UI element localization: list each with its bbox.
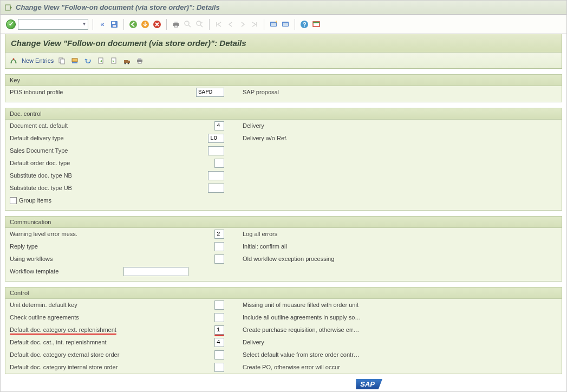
form-desc: Create PO, otherwise error will occur [226, 364, 340, 370]
help-icon[interactable]: ? [299, 19, 309, 29]
form-row: Default doc. category ext. replenishment… [5, 324, 562, 336]
form-row: Check outline agreementsInclude all outl… [5, 311, 562, 324]
svg-rect-19 [283, 23, 288, 26]
form-row: Using workflowsOld workflow exception pr… [5, 253, 562, 265]
back-ball-icon[interactable] [128, 19, 138, 29]
svg-rect-9 [174, 25, 178, 27]
form-input[interactable] [208, 184, 224, 193]
row-group-items: Group items [5, 194, 562, 207]
form-input[interactable] [214, 300, 224, 310]
form-input[interactable] [214, 230, 224, 239]
new-entries-button[interactable]: New Entries [22, 57, 54, 64]
page-next-icon[interactable] [109, 56, 119, 66]
form-input[interactable] [214, 254, 224, 264]
titlebar: Change View "Follow-on document (via sto… [1, 1, 566, 15]
form-input[interactable] [208, 171, 224, 180]
group-title-key: Key [5, 75, 562, 86]
svg-rect-29 [72, 58, 77, 62]
checkbox-group-items[interactable] [10, 197, 17, 204]
svg-rect-28 [61, 59, 64, 64]
form-desc: Missing unit of measure filled with orde… [226, 302, 359, 308]
copy-icon[interactable] [57, 56, 67, 66]
input-pos-inbound[interactable] [196, 88, 224, 97]
first-page-icon [214, 19, 224, 29]
form-input[interactable] [214, 350, 224, 360]
svg-rect-32 [112, 58, 116, 63]
form-row: Warning level error mess.Log all errors [5, 228, 562, 240]
form-input[interactable] [214, 325, 224, 335]
group-doc-control: Doc. control Document cat. defaultDelive… [5, 108, 562, 211]
group-control: Control Unit determin. default keyMissin… [5, 287, 562, 374]
new-session-icon[interactable]: + [269, 19, 278, 29]
layout-icon[interactable] [311, 19, 321, 29]
group-title-doc-control: Doc. control [5, 108, 562, 120]
form-row: Default order doc. type [5, 157, 562, 169]
svg-text:?: ? [303, 21, 307, 28]
desc-pos-inbound: SAP proposal [226, 89, 279, 95]
svg-rect-31 [99, 58, 103, 63]
separator [166, 19, 167, 30]
menu-icon[interactable] [5, 4, 12, 11]
form-input[interactable] [214, 338, 224, 347]
exit-ball-icon[interactable] [140, 19, 150, 29]
form-input[interactable] [208, 146, 224, 155]
svg-point-12 [197, 21, 201, 25]
form-input[interactable] [123, 267, 188, 276]
form-input[interactable] [208, 134, 224, 143]
separator [295, 19, 295, 30]
print-icon[interactable] [171, 19, 181, 29]
separator [209, 19, 210, 30]
form-label: Reply type [10, 243, 123, 250]
undo-icon[interactable] [83, 56, 93, 66]
find-icon [183, 19, 193, 29]
enter-icon[interactable]: ✔ [6, 19, 16, 29]
form-label: Default delivery type [10, 135, 123, 141]
form-label: Default doc. category internal store ord… [10, 364, 134, 370]
form-label: Sales Document Type [10, 147, 123, 154]
sap-window: Change View "Follow-on document (via sto… [0, 0, 567, 392]
svg-rect-39 [138, 62, 141, 63]
form-label: Workflow template [10, 268, 123, 275]
form-label: Default doc. category external store ord… [10, 351, 134, 358]
form-desc: Select default value from store order co… [226, 351, 360, 358]
save-icon[interactable] [109, 19, 119, 29]
form-input[interactable] [214, 121, 224, 130]
form-row: Document cat. defaultDelivery [5, 120, 562, 132]
cancel-ball-icon[interactable] [152, 19, 162, 29]
form-row: Default doc. cat., int. replenishmnentDe… [5, 336, 562, 349]
svg-rect-23 [313, 22, 320, 23]
form-desc: Create purchase requisition, otherwise e… [226, 326, 359, 333]
separator [264, 19, 264, 30]
shortcut-icon[interactable] [281, 19, 290, 29]
sap-logo: SAP [356, 379, 382, 389]
content-area: Change View "Follow-on document (via sto… [1, 34, 566, 378]
form-input[interactable] [214, 313, 224, 322]
group-key: Key POS inbound profile SAP proposal [5, 74, 562, 102]
form-desc: Initial: confirm all [226, 243, 287, 250]
form-input[interactable] [214, 159, 224, 168]
form-label: Substitute doc. type NB [10, 172, 123, 179]
form-desc: Old workflow exception processing [226, 256, 334, 262]
print-list-icon[interactable] [135, 56, 145, 66]
svg-line-13 [200, 25, 203, 27]
form-row: Default delivery typeDelivery w/o Ref. [5, 132, 562, 145]
svg-rect-38 [138, 58, 141, 60]
transport-icon[interactable] [122, 56, 132, 66]
svg-line-11 [188, 25, 191, 27]
command-field[interactable] [18, 19, 88, 30]
form-row: Default doc. category internal store ord… [5, 361, 562, 374]
back-icon[interactable]: « [97, 19, 107, 29]
form-row: Substitute doc. type NB [5, 169, 562, 182]
form-input[interactable] [214, 242, 224, 251]
form-input[interactable] [214, 363, 224, 372]
find-next-icon: + [195, 19, 205, 29]
svg-point-4 [129, 21, 137, 28]
form-label: Unit determin. default key [10, 302, 134, 308]
delete-icon[interactable] [70, 56, 80, 66]
svg-text:+: + [201, 21, 203, 24]
page-prev-icon[interactable] [96, 56, 106, 66]
svg-text:+: + [275, 20, 277, 24]
toggle-icon[interactable] [9, 56, 18, 66]
form-label: Using workflows [10, 256, 123, 262]
form-desc: Delivery [226, 122, 264, 129]
